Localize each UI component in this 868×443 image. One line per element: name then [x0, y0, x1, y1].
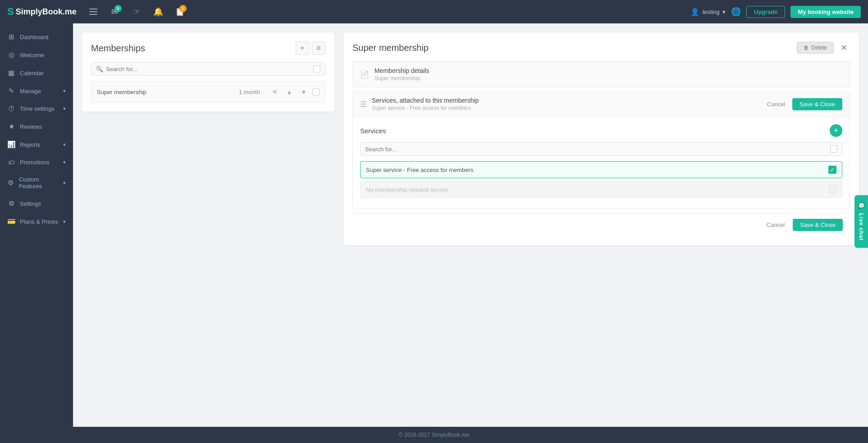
services-attached-header[interactable]: ☰ Services, attached to this membership … — [353, 91, 850, 117]
live-chat-button[interactable]: 💬 Live chat — [854, 195, 868, 248]
settings-icon: ⚙ — [7, 199, 15, 208]
upgrade-button[interactable]: Upgrade — [746, 6, 786, 18]
tasks-badge: 1 — [179, 5, 187, 12]
services-attached-titles: Services, attached to this membership Su… — [372, 97, 758, 111]
add-service-button[interactable]: + — [830, 124, 842, 137]
user-dropdown-arrow: ▾ — [722, 9, 726, 15]
promotions-icon: 🏷 — [7, 158, 15, 166]
live-chat-label: Live chat — [858, 213, 864, 240]
custom-features-arrow: ▾ — [63, 180, 66, 186]
detail-panel-header: Super membership 🗑 Delete ✕ — [352, 41, 850, 54]
logo[interactable]: S SimplyBook.me — [7, 6, 77, 18]
services-search-checkbox[interactable] — [830, 145, 837, 153]
sidebar-item-reviews[interactable]: ★ Reviews — [0, 118, 73, 136]
footer-save-close-button[interactable]: Save & Close — [793, 219, 843, 231]
membership-details-header[interactable]: 📄 Membership details Super membership — [353, 62, 850, 87]
services-search-input[interactable] — [365, 146, 827, 153]
services-body-header: Services + — [360, 124, 842, 137]
cursor-icon: ☞ — [133, 7, 140, 17]
time-settings-icon: ⏱ — [7, 105, 15, 113]
notifications-button[interactable]: 🔔 — [151, 4, 166, 19]
sidebar-item-dashboard[interactable]: ⊞ Dashboard — [0, 28, 73, 46]
detail-panel-title: Super membership — [352, 43, 429, 53]
membership-name: Super membership — [97, 89, 234, 95]
membership-details-subtitle: Super membership — [375, 75, 842, 81]
sidebar-label-manage: Manage — [20, 88, 41, 95]
globe-icon[interactable]: 🌐 — [731, 7, 741, 17]
list-view-button[interactable]: ≡ — [312, 41, 325, 55]
menu-button[interactable] — [86, 4, 101, 19]
sidebar-item-reports[interactable]: 📊 Reports ▾ — [0, 136, 73, 154]
logo-icon: S — [7, 6, 14, 18]
app-body: ⊞ Dashboard ◎ Welcome ▦ Calendar ✎ Manag… — [0, 23, 868, 427]
sidebar-label-time-settings: Time settings — [20, 105, 55, 112]
memberships-search-input[interactable] — [106, 66, 311, 72]
sidebar-item-custom-features[interactable]: ⚙ Custom Features ▾ — [0, 171, 73, 194]
detail-footer: Cancel Save & Close — [352, 213, 850, 236]
sidebar-item-promotions[interactable]: 🏷 Promotions ▾ — [0, 154, 73, 171]
close-panel-button[interactable]: ✕ — [837, 41, 850, 54]
membership-up-button[interactable]: ▲ — [283, 86, 295, 98]
sidebar-item-manage[interactable]: ✎ Manage ▾ — [0, 82, 73, 100]
time-settings-arrow: ▾ — [63, 106, 66, 112]
services-attached-subtitle: Super service - Free access for members — [372, 105, 758, 111]
sidebar-item-welcome[interactable]: ◎ Welcome — [0, 46, 73, 64]
user-name: testing — [702, 9, 719, 15]
service-row-super: Super service - Free access for members … — [360, 161, 842, 178]
page-footer: © 2016-2017 SimplyBook.me — [0, 427, 868, 443]
services-accordion-body: Services + Super service - Free access f… — [353, 117, 850, 208]
logo-text: SimplyBook.me — [16, 7, 77, 17]
footer-text: © 2016-2017 SimplyBook.me — [399, 432, 469, 438]
membership-details-titles: Membership details Super membership — [375, 67, 842, 81]
membership-details-section: 📄 Membership details Super membership — [352, 61, 850, 87]
user-icon: 👤 — [690, 8, 699, 16]
membership-view-button[interactable]: 👁 — [269, 86, 281, 98]
manage-arrow: ▾ — [63, 88, 66, 94]
services-save-close-button[interactable]: Save & Close — [792, 98, 842, 110]
plans-prices-arrow: ▾ — [63, 219, 66, 225]
messages-badge: 5 — [114, 5, 122, 12]
super-service-name: Super service - Free access for members — [366, 167, 824, 173]
membership-details-title: Membership details — [375, 67, 842, 74]
tasks-button[interactable]: 📋 1 — [172, 4, 187, 19]
sidebar-item-calendar[interactable]: ▦ Calendar — [0, 64, 73, 82]
memberships-panel: Memberships + ≡ 🔍 Super membership 1 mon… — [82, 32, 334, 112]
my-booking-website-button[interactable]: My booking website — [790, 6, 861, 18]
sidebar-item-plans-prices[interactable]: 💳 Plans & Prices ▾ — [0, 212, 73, 231]
membership-down-button[interactable]: ▼ — [298, 86, 310, 98]
header-right: 👤 testing ▾ 🌐 Upgrade My booking website — [690, 6, 861, 18]
membership-row-actions: 👁 ▲ ▼ — [269, 86, 320, 98]
sidebar-item-settings[interactable]: ⚙ Settings — [0, 194, 73, 212]
super-service-checkbox[interactable]: ✓ — [828, 166, 836, 174]
sidebar-label-reports: Reports — [20, 141, 41, 148]
bell-icon: 🔔 — [153, 7, 163, 17]
reports-arrow: ▾ — [63, 142, 66, 148]
messages-button[interactable]: ✉ 5 — [107, 4, 123, 19]
membership-select-checkbox[interactable] — [312, 88, 320, 95]
dashboard-icon: ⊞ — [7, 33, 15, 41]
memberships-panel-actions: + ≡ — [296, 41, 325, 55]
custom-features-icon: ⚙ — [7, 179, 14, 187]
sidebar-label-calendar: Calendar — [20, 70, 44, 77]
detail-panel: Super membership 🗑 Delete ✕ 📄 Membership… — [343, 32, 859, 245]
search-icon: 🔍 — [96, 66, 103, 72]
sidebar-label-welcome: Welcome — [20, 52, 44, 59]
memberships-title: Memberships — [91, 43, 145, 54]
memberships-search-box: 🔍 — [91, 62, 325, 76]
delete-icon: 🗑 — [804, 45, 809, 51]
user-menu[interactable]: 👤 testing ▾ — [690, 8, 725, 16]
calendar-icon: ▦ — [7, 69, 15, 77]
add-membership-button[interactable]: + — [296, 41, 309, 55]
memberships-search-checkbox[interactable] — [313, 65, 320, 72]
sidebar-label-promotions: Promotions — [20, 159, 50, 166]
main-content: Memberships + ≡ 🔍 Super membership 1 mon… — [73, 23, 868, 427]
services-attached-icon: ☰ — [360, 100, 366, 108]
sidebar-item-time-settings[interactable]: ⏱ Time settings ▾ — [0, 100, 73, 118]
membership-row: Super membership 1 month 👁 ▲ ▼ — [91, 81, 325, 103]
hamburger-icon — [89, 9, 97, 15]
services-cancel-button[interactable]: Cancel — [763, 99, 789, 109]
footer-cancel-button[interactable]: Cancel — [763, 220, 788, 230]
service-row-no-membership: No membership needed service — [360, 181, 842, 198]
delete-button[interactable]: 🗑 Delete — [797, 42, 834, 54]
cursor-icon-btn[interactable]: ☞ — [129, 4, 144, 19]
